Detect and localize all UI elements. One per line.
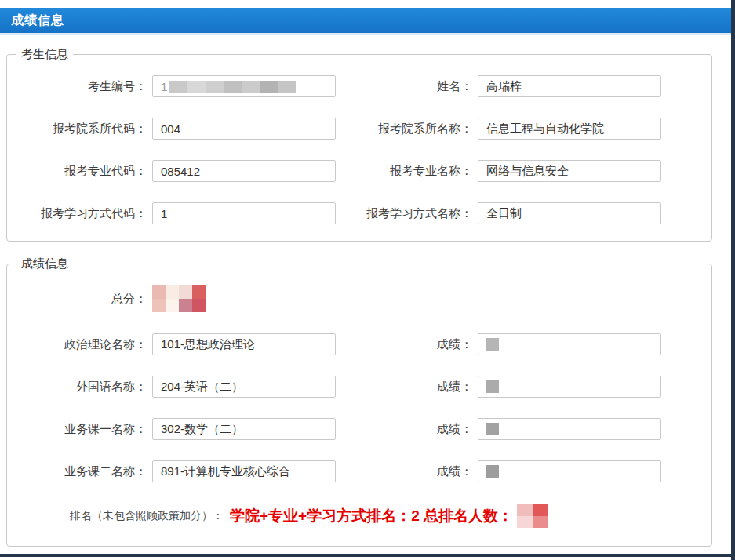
politics-score-label: 成绩：: [358, 337, 478, 352]
candidate-id-visible-prefix: 1: [161, 80, 167, 93]
candidate-id-redacted: [169, 81, 296, 93]
candidate-row-major: 报考专业代码： 报考专业名称：: [7, 150, 711, 192]
foreign-language-score-redacted: [486, 380, 499, 393]
course-two-name-field[interactable]: [152, 460, 336, 482]
course-one-score-redacted: [486, 423, 499, 435]
ranking-total-redacted: [517, 504, 548, 528]
politics-name-field[interactable]: [152, 333, 336, 355]
name-label: 姓名：: [358, 79, 478, 94]
course-two-score-redacted: [486, 465, 499, 478]
course-two-name-label: 业务课二名称：: [7, 464, 152, 479]
study-mode-code-field[interactable]: [152, 202, 336, 224]
dept-code-label: 报考院系所代码：: [7, 122, 152, 136]
study-mode-name-label: 报考学习方式名称：: [358, 206, 478, 221]
score-info-section: 成绩信息 总分： 政治理论名称： 成绩： 外国语名称： 成绩： 业务课一名称： …: [6, 256, 712, 547]
course-two-score-label: 成绩：: [358, 464, 478, 479]
dept-name-field[interactable]: [478, 118, 661, 140]
subject-row-foreign-language: 外国语名称： 成绩：: [7, 365, 711, 408]
total-score-redacted: [152, 285, 206, 312]
foreign-language-name-field[interactable]: [152, 376, 336, 398]
candidate-id-label: 考生编号：: [7, 79, 152, 94]
course-one-name-label: 业务课一名称：: [7, 422, 152, 437]
candidate-info-legend: 考生信息: [16, 47, 73, 62]
dept-name-label: 报考院系所名称：: [358, 122, 478, 136]
window-right-border: [731, 0, 735, 560]
dept-code-field[interactable]: [152, 118, 336, 140]
page-header-bar: 成绩信息: [0, 8, 731, 35]
candidate-id-field[interactable]: 1: [152, 75, 336, 97]
major-name-field[interactable]: [478, 160, 661, 182]
subject-row-course-one: 业务课一名称： 成绩：: [7, 408, 711, 450]
total-score-label: 总分：: [7, 292, 152, 307]
name-field[interactable]: [478, 75, 661, 97]
politics-name-label: 政治理论名称：: [7, 337, 152, 352]
score-info-legend: 成绩信息: [16, 256, 73, 271]
subject-row-politics: 政治理论名称： 成绩：: [7, 323, 711, 365]
major-code-label: 报考专业代码：: [7, 164, 152, 179]
foreign-language-score-label: 成绩：: [358, 380, 478, 395]
major-name-label: 报考专业名称：: [358, 164, 478, 179]
ranking-value-text: 学院+专业+学习方式排名：2 总排名人数：: [230, 504, 548, 528]
ranking-text: 学院+专业+学习方式排名：2 总排名人数：: [230, 506, 513, 526]
total-score-row: 总分：: [7, 275, 711, 323]
study-mode-name-field[interactable]: [478, 202, 661, 224]
study-mode-code-label: 报考学习方式代码：: [7, 206, 152, 221]
course-two-score-field[interactable]: [478, 460, 661, 482]
ranking-row: 排名（未包含照顾政策加分）： 学院+专业+学习方式排名：2 总排名人数：: [7, 493, 711, 540]
candidate-row-study-mode: 报考学习方式代码： 报考学习方式名称：: [7, 192, 711, 235]
course-one-score-field[interactable]: [478, 418, 661, 440]
main-content: 考生信息 考生编号： 1 姓名： 报考院系所代码： 报考院系所名称： 报考专业代…: [0, 35, 735, 547]
page-title: 成绩信息: [0, 13, 64, 29]
major-code-field[interactable]: [152, 160, 336, 182]
foreign-language-name-label: 外国语名称：: [7, 380, 152, 395]
candidate-row-dept: 报考院系所代码： 报考院系所名称：: [7, 107, 711, 150]
subject-row-course-two: 业务课二名称： 成绩：: [7, 450, 711, 493]
politics-score-field[interactable]: [478, 333, 661, 355]
course-one-score-label: 成绩：: [358, 422, 478, 437]
politics-score-redacted: [486, 338, 499, 351]
foreign-language-score-field[interactable]: [478, 376, 661, 398]
course-one-name-field[interactable]: [152, 418, 336, 440]
candidate-row-id-name: 考生编号： 1 姓名：: [7, 65, 711, 107]
candidate-info-section: 考生信息 考生编号： 1 姓名： 报考院系所代码： 报考院系所名称： 报考专业代…: [6, 47, 712, 242]
window-bottom-border: [0, 554, 731, 557]
ranking-label: 排名（未包含照顾政策加分）：: [7, 509, 224, 523]
